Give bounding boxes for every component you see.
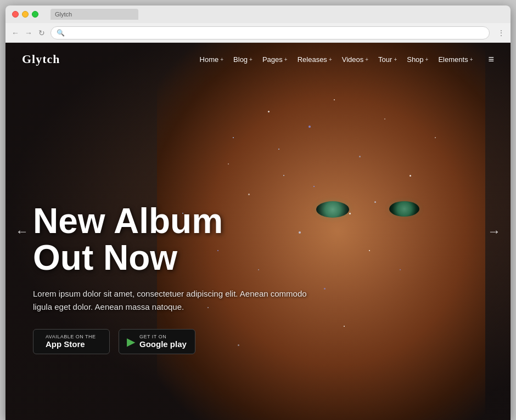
slider-prev-button[interactable]: ←: [15, 224, 29, 239]
browser-titlebar: Glytch: [5, 5, 511, 23]
refresh-button[interactable]: ↻: [37, 29, 46, 37]
nav-item-home[interactable]: Home+: [200, 55, 224, 64]
dropdown-indicator: +: [394, 56, 397, 63]
hero-title: New Album Out Now: [33, 203, 307, 276]
site-logo[interactable]: Glytch: [22, 52, 60, 66]
store-buttons: Available on the App Store ▶ Get it on G…: [33, 329, 307, 354]
dropdown-indicator: +: [284, 56, 288, 63]
browser-tab[interactable]: Glytch: [51, 9, 138, 20]
play-icon: ▶: [127, 336, 135, 347]
main-nav: Glytch Home+Blog+Pages+Releases+Videos+T…: [5, 43, 511, 76]
maximize-button[interactable]: [32, 11, 38, 18]
app-store-button[interactable]: Available on the App Store: [33, 329, 110, 354]
nav-item-tour[interactable]: Tour+: [378, 55, 397, 64]
dropdown-indicator: +: [329, 56, 332, 63]
google-play-text: Get it on Google play: [139, 334, 187, 349]
google-play-label: Google play: [139, 339, 187, 349]
google-play-label-small: Get it on: [139, 334, 187, 339]
minimize-button[interactable]: [22, 11, 29, 18]
nav-item-pages[interactable]: Pages+: [262, 55, 288, 64]
app-store-label-small: Available on the: [46, 334, 96, 339]
nav-links: Home+Blog+Pages+Releases+Videos+Tour+Sho…: [200, 54, 494, 65]
dropdown-indicator: +: [470, 56, 473, 63]
tab-title: Glytch: [55, 11, 72, 18]
back-button[interactable]: ←: [11, 29, 20, 37]
browser-toolbar: ← → ↻ 🔍 ⋮: [5, 23, 511, 43]
nav-item-elements[interactable]: Elements+: [438, 55, 473, 64]
app-store-text: Available on the App Store: [46, 334, 96, 349]
search-icon: 🔍: [57, 29, 65, 37]
app-store-label: App Store: [46, 339, 96, 349]
nav-item-videos[interactable]: Videos+: [342, 55, 368, 64]
dropdown-indicator: +: [365, 56, 368, 63]
hamburger-menu[interactable]: ≡: [488, 54, 494, 65]
dropdown-indicator: +: [249, 56, 253, 63]
eye-right: [389, 201, 419, 217]
nav-item-releases[interactable]: Releases+: [298, 55, 332, 64]
browser-menu[interactable]: ⋮: [494, 29, 505, 37]
hero-description: Lorem ipsum dolor sit amet, consectetuer…: [33, 287, 307, 314]
forward-button[interactable]: →: [24, 29, 33, 37]
nav-item-blog[interactable]: Blog+: [233, 55, 253, 64]
hero-content: New Album Out Now Lorem ipsum dolor sit …: [33, 203, 307, 354]
close-button[interactable]: [12, 11, 19, 18]
browser-window: Glytch ← → ↻ 🔍 ⋮ Glytch Home+Blog+Pages+…: [5, 5, 511, 420]
google-play-button[interactable]: ▶ Get it on Google play: [119, 329, 195, 354]
eye-left: [316, 201, 349, 218]
dropdown-indicator: +: [425, 56, 429, 63]
nav-item-shop[interactable]: Shop+: [407, 55, 428, 64]
slider-next-button[interactable]: →: [487, 224, 501, 239]
dropdown-indicator: +: [220, 56, 223, 63]
address-bar[interactable]: 🔍: [51, 26, 490, 39]
website-content: Glytch Home+Blog+Pages+Releases+Videos+T…: [5, 43, 511, 420]
